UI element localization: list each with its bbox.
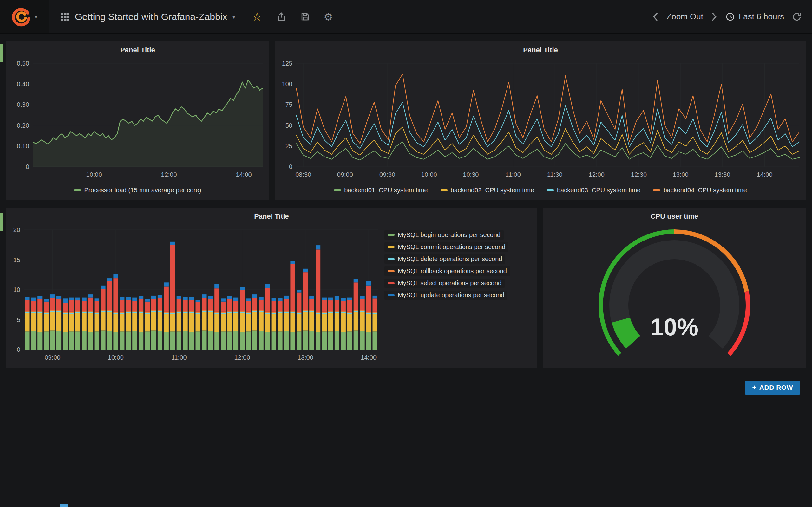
legend-item[interactable]: MySQL commit operations per second	[385, 242, 508, 251]
dashboard-title-dropdown[interactable]: Getting Started with Grafana-Zabbix ▾	[49, 0, 247, 33]
svg-text:75: 75	[286, 101, 293, 108]
svg-text:14:00: 14:00	[236, 171, 252, 178]
panel-processor-load: Panel Title 00.100.200.300.400.5010:0012…	[6, 41, 269, 200]
legend-color-swatch	[388, 258, 395, 260]
svg-text:11:30: 11:30	[547, 171, 563, 178]
add-row-container: + ADD ROW	[6, 376, 806, 395]
panel-title[interactable]: CPU user time	[543, 208, 806, 225]
svg-text:20: 20	[13, 226, 20, 233]
share-dashboard-button[interactable]	[276, 12, 287, 22]
time-shift-back-button[interactable]	[652, 12, 659, 21]
svg-text:100: 100	[282, 80, 293, 88]
chart-legend: Processor load (15 min average per core)	[6, 182, 269, 199]
dashboard-grid-icon	[61, 12, 70, 21]
svg-text:12:00: 12:00	[235, 354, 250, 361]
legend-color-swatch	[388, 234, 395, 236]
dashboard-actions: ☆ ⚙	[247, 11, 338, 22]
legend-color-swatch	[441, 189, 448, 191]
save-icon	[300, 12, 310, 21]
legend-item[interactable]: backend03: CPU system time	[547, 187, 641, 194]
legend-item[interactable]: MySQL update operations per second	[385, 291, 507, 300]
gear-icon: ⚙	[324, 12, 333, 22]
svg-text:08:30: 08:30	[295, 171, 311, 178]
row-collapse-handle[interactable]	[0, 44, 3, 62]
add-row-label: ADD ROW	[759, 384, 793, 391]
svg-text:13:00: 13:00	[298, 354, 313, 361]
legend-label: MySQL delete operations per second	[398, 256, 502, 263]
share-icon	[276, 12, 287, 22]
svg-text:11:00: 11:00	[505, 171, 521, 178]
svg-text:10: 10	[13, 286, 20, 293]
navbar: ▾ Getting Started with Grafana-Zabbix ▾ …	[0, 0, 812, 34]
legend-item[interactable]: MySQL delete operations per second	[385, 255, 505, 264]
legend-label: MySQL update operations per second	[398, 291, 504, 299]
refresh-icon	[792, 12, 802, 22]
cpu-system-time-line-chart[interactable]: 025507510012508:3009:0009:3010:0010:3011…	[275, 59, 806, 182]
legend-item[interactable]: backend04: CPU system time	[653, 187, 747, 194]
star-dashboard-button[interactable]: ☆	[252, 11, 262, 22]
svg-text:09:00: 09:00	[45, 354, 61, 361]
svg-text:10:30: 10:30	[463, 171, 478, 178]
panel-title[interactable]: Panel Title	[6, 208, 537, 225]
legend-color-swatch	[74, 189, 81, 191]
grafana-menu-button[interactable]: ▾	[0, 0, 49, 33]
star-icon: ☆	[252, 11, 262, 22]
refresh-button[interactable]	[792, 12, 802, 22]
svg-text:10:00: 10:00	[421, 171, 437, 178]
legend-color-swatch	[388, 246, 395, 248]
svg-text:0.20: 0.20	[17, 122, 29, 129]
legend-label: backend03: CPU system time	[557, 187, 641, 194]
svg-text:12:30: 12:30	[631, 171, 647, 178]
svg-text:12:00: 12:00	[161, 171, 177, 178]
time-shift-forward-button[interactable]	[711, 12, 718, 21]
legend-label: MySQL rollback operations per second	[398, 268, 507, 275]
svg-text:12:00: 12:00	[589, 171, 605, 178]
legend-label: backend04: CPU system time	[663, 187, 747, 194]
processor-load-line-chart[interactable]: 00.100.200.300.400.5010:0012:0014:00	[6, 59, 269, 182]
svg-text:13:30: 13:30	[714, 171, 730, 178]
legend-label: backend02: CPU system time	[451, 187, 534, 194]
legend-color-swatch	[388, 282, 395, 284]
legend-label: backend01: CPU system time	[344, 187, 427, 194]
save-dashboard-button[interactable]	[300, 12, 310, 21]
legend-item[interactable]: Processor load (15 min average per core)	[74, 187, 201, 194]
legend-label: MySQL begin operations per second	[398, 231, 501, 239]
panel-mysql-operations: Panel Title 0510152009:0010:0011:0012:00…	[6, 208, 537, 368]
panel-title[interactable]: Panel Title	[275, 41, 806, 59]
chevron-left-icon	[652, 12, 659, 21]
zoom-out-button[interactable]: Zoom Out	[666, 12, 703, 21]
legend-color-swatch	[334, 189, 341, 191]
legend-color-swatch	[388, 270, 395, 272]
mysql-operations-bar-chart[interactable]: 0510152009:0010:0011:0012:0013:0014:00	[6, 225, 385, 365]
svg-text:09:00: 09:00	[337, 171, 353, 178]
chart-legend: backend01: CPU system timebackend02: CPU…	[275, 182, 806, 199]
clock-icon	[725, 12, 735, 21]
chart-legend: MySQL begin operations per secondMySQL c…	[385, 225, 537, 365]
svg-text:50: 50	[286, 122, 293, 129]
dashboard-settings-button[interactable]: ⚙	[324, 12, 333, 22]
legend-item[interactable]: backend01: CPU system time	[334, 187, 427, 194]
legend-item[interactable]: MySQL select operations per second	[385, 279, 505, 288]
legend-item[interactable]: MySQL rollback operations per second	[385, 267, 510, 276]
svg-text:0.30: 0.30	[17, 101, 29, 108]
cropped-ui-artifact	[60, 504, 68, 507]
cpu-user-time-gauge[interactable]: 10%	[543, 225, 806, 365]
legend-color-swatch	[653, 189, 660, 191]
svg-text:0: 0	[289, 163, 293, 170]
legend-label: MySQL select operations per second	[398, 279, 502, 287]
svg-text:0.50: 0.50	[17, 60, 29, 67]
svg-text:25: 25	[286, 143, 293, 150]
time-controls: Zoom Out Last 6 hours	[652, 12, 812, 22]
svg-text:5: 5	[17, 316, 20, 323]
legend-label: Processor load (15 min average per core)	[84, 187, 201, 194]
legend-item[interactable]: MySQL begin operations per second	[385, 230, 504, 239]
row-collapse-handle[interactable]	[0, 213, 3, 231]
svg-text:11:00: 11:00	[171, 354, 187, 361]
time-range-picker[interactable]: Last 6 hours	[725, 12, 784, 21]
panel-cpu-system-time: Panel Title 025507510012508:3009:0009:30…	[275, 41, 806, 200]
legend-item[interactable]: backend02: CPU system time	[441, 187, 534, 194]
caret-down-icon: ▾	[34, 14, 38, 20]
panel-title[interactable]: Panel Title	[6, 41, 269, 59]
add-row-button[interactable]: + ADD ROW	[745, 381, 800, 395]
dashboard-row-1: Panel Title 00.100.200.300.400.5010:0012…	[6, 41, 806, 200]
